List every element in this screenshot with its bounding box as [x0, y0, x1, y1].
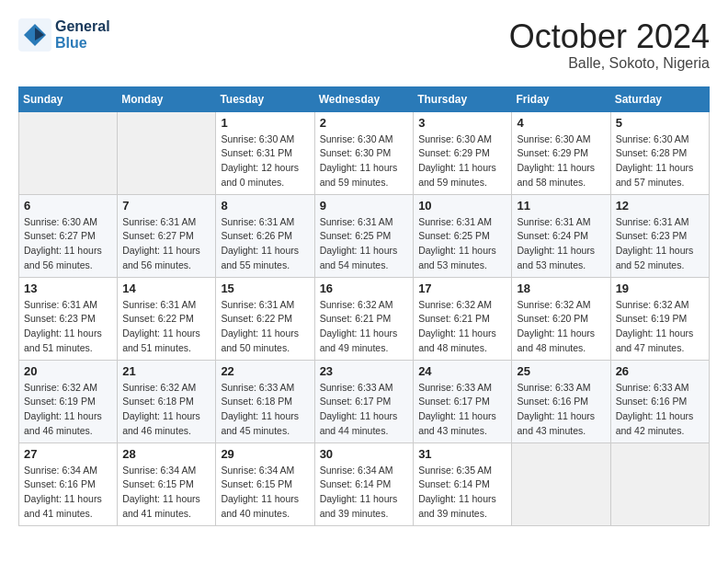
- calendar-cell: 20Sunrise: 6:32 AMSunset: 6:19 PMDayligh…: [19, 360, 118, 442]
- day-info: Sunrise: 6:33 AMSunset: 6:17 PMDaylight:…: [418, 381, 506, 439]
- calendar-cell: 26Sunrise: 6:33 AMSunset: 6:16 PMDayligh…: [610, 360, 709, 442]
- calendar-cell: [19, 111, 118, 194]
- day-info: Sunrise: 6:34 AMSunset: 6:16 PMDaylight:…: [24, 464, 112, 522]
- calendar-cell: 21Sunrise: 6:32 AMSunset: 6:18 PMDayligh…: [118, 360, 216, 442]
- day-number: 5: [616, 116, 704, 130]
- day-info: Sunrise: 6:34 AMSunset: 6:14 PMDaylight:…: [320, 464, 409, 522]
- calendar-cell: 23Sunrise: 6:33 AMSunset: 6:17 PMDayligh…: [314, 360, 414, 442]
- header-sunday: Sunday: [19, 86, 118, 111]
- calendar-cell: 18Sunrise: 6:32 AMSunset: 6:20 PMDayligh…: [512, 277, 610, 360]
- day-info: Sunrise: 6:30 AMSunset: 6:31 PMDaylight:…: [221, 132, 309, 190]
- day-number: 16: [320, 282, 409, 295]
- day-info: Sunrise: 6:30 AMSunset: 6:27 PMDaylight:…: [24, 215, 112, 273]
- page-header: General Blue October 2024 Balle, Sokoto,…: [18, 18, 710, 72]
- calendar-cell: 5Sunrise: 6:30 AMSunset: 6:28 PMDaylight…: [610, 111, 709, 194]
- day-number: 26: [616, 364, 704, 378]
- calendar-cell: 7Sunrise: 6:31 AMSunset: 6:27 PMDaylight…: [118, 194, 216, 277]
- day-number: 7: [122, 199, 210, 213]
- day-info: Sunrise: 6:31 AMSunset: 6:27 PMDaylight:…: [122, 215, 210, 273]
- calendar-cell: 27Sunrise: 6:34 AMSunset: 6:16 PMDayligh…: [19, 442, 118, 525]
- day-number: 9: [320, 199, 409, 213]
- day-info: Sunrise: 6:32 AMSunset: 6:21 PMDaylight:…: [418, 298, 506, 356]
- calendar-cell: 10Sunrise: 6:31 AMSunset: 6:25 PMDayligh…: [414, 194, 512, 277]
- calendar-cell: 19Sunrise: 6:32 AMSunset: 6:19 PMDayligh…: [610, 277, 709, 360]
- calendar-cell: [118, 111, 216, 194]
- calendar-cell: 17Sunrise: 6:32 AMSunset: 6:21 PMDayligh…: [414, 277, 512, 360]
- day-number: 31: [418, 447, 506, 461]
- day-number: 10: [418, 199, 506, 213]
- week-row-3: 13Sunrise: 6:31 AMSunset: 6:23 PMDayligh…: [19, 277, 710, 360]
- day-number: 4: [517, 116, 605, 130]
- day-info: Sunrise: 6:34 AMSunset: 6:15 PMDaylight:…: [221, 464, 309, 522]
- calendar-header-row: Sunday Monday Tuesday Wednesday Thursday…: [19, 86, 710, 111]
- day-number: 22: [221, 364, 309, 378]
- logo-blue: Blue: [55, 35, 110, 52]
- day-info: Sunrise: 6:31 AMSunset: 6:23 PMDaylight:…: [616, 215, 704, 273]
- day-number: 6: [24, 199, 112, 213]
- calendar-cell: 31Sunrise: 6:35 AMSunset: 6:14 PMDayligh…: [414, 442, 512, 525]
- calendar-cell: 28Sunrise: 6:34 AMSunset: 6:15 PMDayligh…: [118, 442, 216, 525]
- day-number: 29: [221, 447, 309, 461]
- calendar-cell: 16Sunrise: 6:32 AMSunset: 6:21 PMDayligh…: [314, 277, 414, 360]
- calendar-cell: 29Sunrise: 6:34 AMSunset: 6:15 PMDayligh…: [216, 442, 314, 525]
- logo: General Blue: [18, 18, 110, 52]
- day-number: 3: [418, 116, 506, 130]
- calendar-cell: 2Sunrise: 6:30 AMSunset: 6:30 PMDaylight…: [314, 111, 414, 194]
- day-number: 15: [221, 282, 309, 295]
- day-number: 27: [24, 447, 112, 461]
- calendar-cell: 15Sunrise: 6:31 AMSunset: 6:22 PMDayligh…: [216, 277, 314, 360]
- calendar-cell: [610, 442, 709, 525]
- day-info: Sunrise: 6:30 AMSunset: 6:29 PMDaylight:…: [418, 132, 506, 190]
- day-info: Sunrise: 6:31 AMSunset: 6:25 PMDaylight:…: [418, 215, 506, 273]
- calendar-cell: 13Sunrise: 6:31 AMSunset: 6:23 PMDayligh…: [19, 277, 118, 360]
- day-info: Sunrise: 6:30 AMSunset: 6:28 PMDaylight:…: [616, 132, 704, 190]
- day-info: Sunrise: 6:31 AMSunset: 6:24 PMDaylight:…: [517, 215, 605, 273]
- calendar-cell: 9Sunrise: 6:31 AMSunset: 6:25 PMDaylight…: [314, 194, 414, 277]
- day-number: 20: [24, 364, 112, 378]
- day-info: Sunrise: 6:32 AMSunset: 6:19 PMDaylight:…: [24, 381, 112, 439]
- logo-icon: [18, 18, 51, 52]
- week-row-2: 6Sunrise: 6:30 AMSunset: 6:27 PMDaylight…: [19, 194, 710, 277]
- calendar-cell: 11Sunrise: 6:31 AMSunset: 6:24 PMDayligh…: [512, 194, 610, 277]
- calendar-cell: 1Sunrise: 6:30 AMSunset: 6:31 PMDaylight…: [216, 111, 314, 194]
- header-thursday: Thursday: [414, 86, 512, 111]
- week-row-1: 1Sunrise: 6:30 AMSunset: 6:31 PMDaylight…: [19, 111, 710, 194]
- day-number: 25: [517, 364, 605, 378]
- day-info: Sunrise: 6:33 AMSunset: 6:16 PMDaylight:…: [517, 381, 605, 439]
- day-info: Sunrise: 6:32 AMSunset: 6:21 PMDaylight:…: [320, 298, 409, 356]
- calendar-cell: 24Sunrise: 6:33 AMSunset: 6:17 PMDayligh…: [414, 360, 512, 442]
- calendar-cell: [512, 442, 610, 525]
- week-row-5: 27Sunrise: 6:34 AMSunset: 6:16 PMDayligh…: [19, 442, 710, 525]
- day-number: 17: [418, 282, 506, 295]
- day-info: Sunrise: 6:31 AMSunset: 6:26 PMDaylight:…: [221, 215, 309, 273]
- calendar-cell: 25Sunrise: 6:33 AMSunset: 6:16 PMDayligh…: [512, 360, 610, 442]
- calendar-cell: 22Sunrise: 6:33 AMSunset: 6:18 PMDayligh…: [216, 360, 314, 442]
- calendar-cell: 4Sunrise: 6:30 AMSunset: 6:29 PMDaylight…: [512, 111, 610, 194]
- day-info: Sunrise: 6:31 AMSunset: 6:23 PMDaylight:…: [24, 298, 112, 356]
- day-info: Sunrise: 6:33 AMSunset: 6:18 PMDaylight:…: [221, 381, 309, 439]
- calendar-cell: 30Sunrise: 6:34 AMSunset: 6:14 PMDayligh…: [314, 442, 414, 525]
- day-number: 30: [320, 447, 409, 461]
- day-number: 28: [122, 447, 210, 461]
- calendar-cell: 6Sunrise: 6:30 AMSunset: 6:27 PMDaylight…: [19, 194, 118, 277]
- day-info: Sunrise: 6:30 AMSunset: 6:30 PMDaylight:…: [320, 132, 409, 190]
- day-info: Sunrise: 6:32 AMSunset: 6:18 PMDaylight:…: [122, 381, 210, 439]
- logo-general: General: [55, 18, 110, 35]
- calendar-table: Sunday Monday Tuesday Wednesday Thursday…: [18, 86, 710, 526]
- title-block: October 2024 Balle, Sokoto, Nigeria: [509, 18, 710, 72]
- day-number: 11: [517, 199, 605, 213]
- day-number: 8: [221, 199, 309, 213]
- day-number: 2: [320, 116, 409, 130]
- day-info: Sunrise: 6:32 AMSunset: 6:19 PMDaylight:…: [616, 298, 704, 356]
- day-number: 24: [418, 364, 506, 378]
- location-title: Balle, Sokoto, Nigeria: [509, 55, 710, 72]
- calendar-cell: 3Sunrise: 6:30 AMSunset: 6:29 PMDaylight…: [414, 111, 512, 194]
- day-info: Sunrise: 6:31 AMSunset: 6:22 PMDaylight:…: [122, 298, 210, 356]
- calendar-cell: 14Sunrise: 6:31 AMSunset: 6:22 PMDayligh…: [118, 277, 216, 360]
- day-number: 13: [24, 282, 112, 295]
- day-info: Sunrise: 6:31 AMSunset: 6:22 PMDaylight:…: [221, 298, 309, 356]
- header-saturday: Saturday: [610, 86, 709, 111]
- calendar-cell: 8Sunrise: 6:31 AMSunset: 6:26 PMDaylight…: [216, 194, 314, 277]
- header-tuesday: Tuesday: [216, 86, 314, 111]
- day-info: Sunrise: 6:31 AMSunset: 6:25 PMDaylight:…: [320, 215, 409, 273]
